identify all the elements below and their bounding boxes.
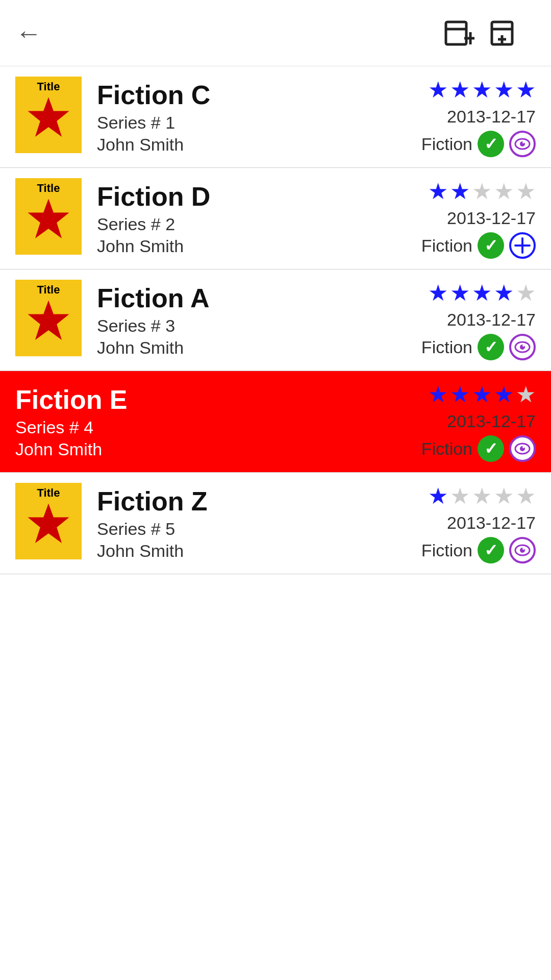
book-rating: ★★★★★ [428,483,536,509]
eye-icon [509,537,536,564]
cover-thumbnail: Title [15,483,82,559]
book-title: Fiction A [97,282,413,314]
book-info: Fiction D Series # 2 John Smith [97,178,413,259]
book-item[interactable]: Title Fiction A Series # 3 John Smith ★★… [0,270,551,371]
book-genre: Fiction [421,134,472,154]
book-rating: ★★★★★ [428,280,536,306]
book-author: John Smith [97,236,413,256]
book-cover: Title [15,280,97,360]
book-date: 2013-12-17 [447,208,536,228]
star-5: ★ [516,381,536,407]
plus-circle-icon [509,232,536,259]
book-genre: Fiction [421,236,472,256]
check-icon [478,334,504,360]
book-date: 2013-12-17 [447,513,536,533]
book-cover: Title [15,77,97,157]
star-3: ★ [472,381,492,407]
book-genre: Fiction [421,439,472,459]
cover-title-label: Title [37,81,60,93]
book-tags: Fiction [421,537,536,564]
eye-icon [509,334,536,360]
svg-marker-13 [28,199,69,238]
book-cover: Title [15,483,97,564]
book-meta: ★★★★★ 2013-12-17 Fiction [413,178,536,259]
star-4: ★ [494,280,514,306]
book-item[interactable]: Title Fiction C Series # 1 John Smith ★★… [0,66,551,168]
book-tags: Fiction [421,334,536,360]
cover-title-label: Title [37,487,60,499]
book-genre: Fiction [421,541,472,560]
book-title: Fiction D [97,181,413,212]
check-icon [478,435,504,462]
book-series: Series # 4 [15,418,413,437]
svg-point-30 [522,548,524,550]
star-5: ★ [516,483,536,509]
book-date: 2013-12-17 [447,107,536,127]
svg-point-21 [522,345,524,347]
book-tags: Fiction [421,131,536,157]
book-author: John Smith [15,439,413,459]
book-series: Series # 5 [97,519,413,539]
cover-thumbnail: Title [15,178,82,255]
book-date: 2013-12-17 [447,411,536,431]
eye-icon [509,435,536,462]
book-meta: ★★★★★ 2013-12-17 Fiction [413,483,536,564]
star-1: ★ [428,280,448,306]
star-2: ★ [450,178,470,204]
book-info: Fiction Z Series # 5 John Smith [97,483,413,564]
star-1: ★ [428,178,448,204]
cover-thumbnail: Title [15,77,82,153]
book-author: John Smith [97,338,413,358]
star-5: ★ [516,178,536,204]
book-rating: ★★★★★ [428,381,536,407]
check-icon [478,232,504,259]
book-title: Fiction C [97,79,413,111]
star-1: ★ [428,381,448,407]
star-1: ★ [428,77,448,103]
star-5: ★ [516,77,536,103]
book-series: Series # 3 [97,316,413,336]
header: ← [0,0,551,66]
check-icon [478,131,504,157]
star-4: ★ [494,178,514,204]
book-meta: ★★★★★ 2013-12-17 Fiction [413,381,536,462]
svg-marker-26 [28,504,69,543]
book-item[interactable]: Title Fiction D Series # 2 John Smith ★★… [0,168,551,270]
book-tags: Fiction [421,232,536,259]
star-3: ★ [472,77,492,103]
book-item[interactable]: Fiction E Series # 4 John Smith ★★★★★ 20… [0,371,551,473]
eye-icon [509,131,536,157]
book-author: John Smith [97,135,413,155]
star-1: ★ [428,483,448,509]
star-2: ★ [450,381,470,407]
book-info: Fiction E Series # 4 John Smith [15,381,413,462]
cover-title-label: Title [37,284,60,296]
book-rating: ★★★★★ [428,77,536,103]
star-5: ★ [516,280,536,306]
star-4: ★ [494,483,514,509]
star-2: ★ [450,77,470,103]
book-meta: ★★★★★ 2013-12-17 Fiction [413,77,536,157]
cover-title-label: Title [37,182,60,194]
book-series: Series # 2 [97,214,413,234]
add-book-icon[interactable] [490,18,520,48]
back-button[interactable]: ← [15,20,42,46]
star-4: ★ [494,77,514,103]
svg-point-25 [522,446,524,448]
book-title: Fiction Z [97,485,413,517]
book-author: John Smith [97,541,413,561]
add-to-list-icon[interactable] [444,18,474,48]
book-info: Fiction C Series # 1 John Smith [97,77,413,157]
book-info: Fiction A Series # 3 John Smith [97,280,413,360]
book-cover: Title [15,178,97,259]
book-list: Title Fiction C Series # 1 John Smith ★★… [0,66,551,574]
cover-thumbnail: Title [15,280,82,356]
book-genre: Fiction [421,337,472,357]
svg-rect-0 [446,22,466,44]
book-rating: ★★★★★ [428,178,536,204]
book-series: Series # 1 [97,113,413,133]
svg-marker-17 [28,301,69,340]
header-actions [429,18,536,48]
book-item[interactable]: Title Fiction Z Series # 5 John Smith ★★… [0,473,551,574]
star-3: ★ [472,483,492,509]
